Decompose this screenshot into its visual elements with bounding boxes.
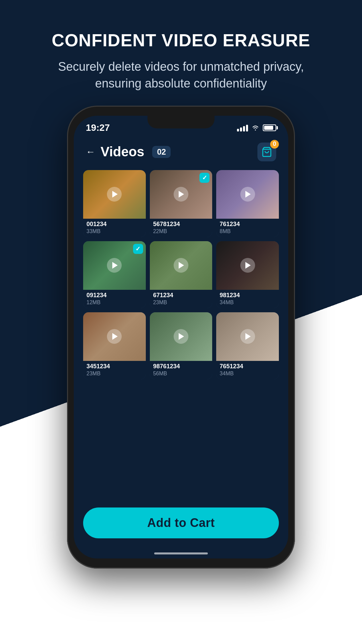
cart-icon	[261, 147, 272, 157]
page-title: CONFIDENT VIDEO ERASURE	[50, 30, 312, 50]
play-button-0	[107, 187, 122, 202]
video-item-0[interactable]: 001234 33MB	[83, 170, 146, 237]
app-header: ← Videos 02 0	[74, 136, 288, 165]
home-indicator	[74, 548, 288, 558]
video-info-5: 981234 34MB	[216, 290, 279, 308]
video-thumbnail-2	[216, 170, 279, 219]
video-name-6: 3451234	[86, 363, 142, 370]
video-info-7: 98761234 56MB	[150, 361, 213, 379]
video-thumbnail-4	[150, 241, 213, 290]
phone-screen: 19:27 ←	[74, 116, 288, 558]
video-item-6[interactable]: 3451234 23MB	[83, 312, 146, 379]
video-size-5: 34MB	[220, 300, 276, 306]
play-button-3	[107, 258, 122, 273]
play-button-1	[174, 187, 188, 202]
video-name-8: 7651234	[220, 363, 276, 370]
play-button-4	[174, 258, 188, 273]
add-to-cart-section: Add to Cart	[74, 502, 288, 548]
video-thumbnail-1: ✓	[150, 170, 213, 219]
video-info-2: 761234 8MB	[216, 219, 279, 237]
video-size-0: 33MB	[86, 228, 142, 234]
video-size-6: 23MB	[86, 371, 142, 377]
video-name-7: 98761234	[153, 363, 209, 370]
video-thumbnail-8	[216, 312, 279, 361]
video-item-4[interactable]: 671234 23MB	[150, 241, 213, 308]
video-size-7: 56MB	[153, 371, 209, 377]
video-item-1[interactable]: ✓ 56781234 22MB	[150, 170, 213, 237]
cart-button[interactable]: 0	[257, 143, 276, 161]
back-button[interactable]: ←	[86, 147, 95, 157]
status-time: 19:27	[86, 122, 110, 133]
video-item-2[interactable]: 761234 8MB	[216, 170, 279, 237]
video-size-3: 12MB	[86, 300, 142, 306]
video-thumbnail-6	[83, 312, 146, 361]
video-item-5[interactable]: 981234 34MB	[216, 241, 279, 308]
video-count-badge: 02	[152, 146, 171, 158]
video-item-8[interactable]: 7651234 34MB	[216, 312, 279, 379]
video-name-1: 56781234	[153, 221, 209, 228]
video-size-8: 34MB	[220, 371, 276, 377]
play-button-5	[240, 258, 255, 273]
status-icons	[237, 124, 276, 131]
page-header: CONFIDENT VIDEO ERASURE Securely delete …	[50, 0, 312, 106]
video-name-4: 671234	[153, 292, 209, 299]
video-item-3[interactable]: ✓ 091234 12MB	[83, 241, 146, 308]
video-size-1: 22MB	[153, 228, 209, 234]
check-badge-1: ✓	[199, 173, 209, 183]
video-name-3: 091234	[86, 292, 142, 299]
video-info-0: 001234 33MB	[83, 219, 146, 237]
video-size-4: 23MB	[153, 300, 209, 306]
page-subtitle: Securely delete videos for unmatched pri…	[50, 58, 312, 92]
app-header-left: ← Videos 02	[86, 144, 171, 159]
add-to-cart-button[interactable]: Add to Cart	[83, 507, 279, 538]
signal-icon	[237, 124, 248, 131]
video-name-2: 761234	[220, 221, 276, 228]
phone-notch	[147, 116, 215, 128]
video-thumbnail-3: ✓	[83, 241, 146, 290]
cart-count-badge: 0	[270, 140, 279, 149]
video-thumbnail-7	[150, 312, 213, 361]
wifi-icon	[251, 125, 259, 131]
video-info-8: 7651234 34MB	[216, 361, 279, 379]
battery-icon	[263, 124, 276, 131]
check-badge-3: ✓	[133, 244, 143, 254]
video-info-1: 56781234 22MB	[150, 219, 213, 237]
video-size-2: 8MB	[220, 228, 276, 234]
video-grid: 001234 33MB ✓ 56781234 22MB	[74, 165, 288, 502]
video-info-6: 3451234 23MB	[83, 361, 146, 379]
play-button-8	[240, 329, 255, 344]
play-button-6	[107, 329, 122, 344]
video-info-3: 091234 12MB	[83, 290, 146, 308]
video-name-5: 981234	[220, 292, 276, 299]
video-thumbnail-5	[216, 241, 279, 290]
play-button-2	[240, 187, 255, 202]
phone-mockup: 19:27 ←	[67, 106, 295, 569]
video-name-0: 001234	[86, 221, 142, 228]
video-item-7[interactable]: 98761234 56MB	[150, 312, 213, 379]
video-thumbnail-0	[83, 170, 146, 219]
video-info-4: 671234 23MB	[150, 290, 213, 308]
play-button-7	[174, 329, 188, 344]
app-title: Videos	[101, 144, 144, 159]
